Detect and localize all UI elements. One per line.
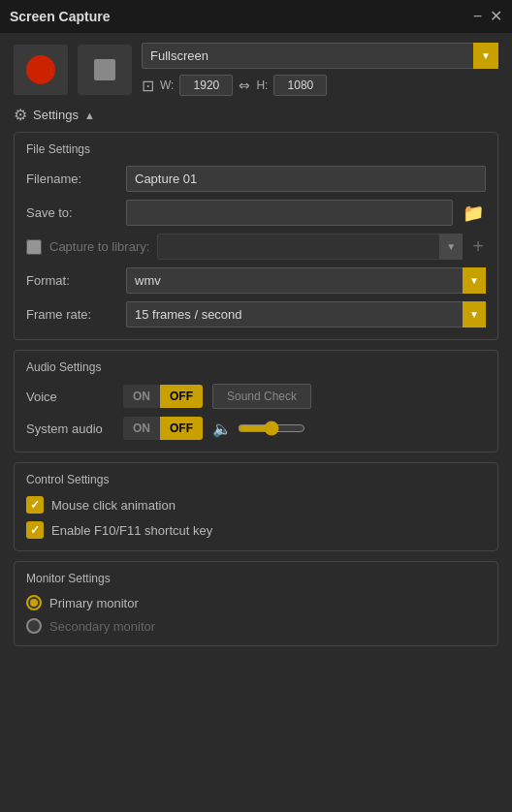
- primary-monitor-row: Primary monitor: [26, 595, 486, 610]
- library-add-button[interactable]: +: [470, 235, 486, 258]
- radio-inner-icon: [30, 599, 38, 607]
- voice-label: Voice: [26, 390, 113, 404]
- primary-monitor-radio[interactable]: [26, 595, 42, 610]
- system-audio-row: System audio ON OFF 🔈: [26, 417, 486, 440]
- f10f11-row: ✓ Enable F10/F11 shortcut key: [26, 521, 486, 539]
- framerate-row: Frame rate: 15 frames / second 30 frames…: [26, 301, 486, 328]
- library-checkbox[interactable]: [26, 239, 42, 255]
- monitor-settings-title: Monitor Settings: [26, 572, 486, 585]
- top-controls: Fullscreen Window Region ▼ ⊡ W: ⇔ H:: [14, 43, 498, 96]
- settings-arrow-icon: ▲: [84, 109, 95, 121]
- volume-area: 🔈: [212, 420, 305, 438]
- capture-mode-area: Fullscreen Window Region ▼ ⊡ W: ⇔ H:: [142, 43, 498, 96]
- system-audio-label: System audio: [26, 422, 113, 436]
- secondary-monitor-row: Secondary monitor: [26, 618, 486, 634]
- saveto-label: Save to:: [26, 205, 118, 220]
- record-button[interactable]: [14, 45, 68, 95]
- stop-button[interactable]: [78, 45, 132, 95]
- mouse-animation-row: ✓ Mouse click animation: [26, 496, 486, 514]
- file-settings-section: File Settings Filename: Save to: 📁 Captu…: [14, 132, 498, 340]
- format-select-wrapper: wmv mp4 avi mkv ▼: [126, 267, 486, 294]
- audio-settings-section: Audio Settings Voice ON OFF Sound Check …: [14, 350, 498, 453]
- system-audio-toggle: ON OFF: [123, 417, 203, 440]
- saveto-input[interactable]: [126, 200, 453, 226]
- link-icon: ⇔: [239, 78, 250, 93]
- mouse-animation-checkbox[interactable]: ✓: [26, 496, 44, 514]
- voice-on-button[interactable]: ON: [123, 385, 160, 408]
- control-settings-title: Control Settings: [26, 473, 486, 486]
- title-bar: Screen Capture − ✕: [0, 0, 512, 33]
- library-label: Capture to library:: [49, 239, 149, 254]
- voice-toggle: ON OFF: [123, 385, 203, 408]
- dimensions-row: ⊡ W: ⇔ H:: [142, 75, 498, 96]
- voice-row: Voice ON OFF Sound Check: [26, 384, 486, 409]
- library-select-wrapper: ▼: [157, 234, 463, 260]
- width-label: W:: [160, 78, 174, 92]
- secondary-monitor-label: Secondary monitor: [49, 619, 155, 634]
- volume-slider[interactable]: [238, 421, 305, 436]
- height-label: H:: [256, 78, 268, 92]
- close-button[interactable]: ✕: [490, 9, 502, 24]
- checkmark-icon: ✓: [30, 498, 40, 512]
- filename-label: Filename:: [26, 172, 118, 186]
- framerate-label: Frame rate:: [26, 307, 118, 322]
- framerate-select-wrapper: 15 frames / second 30 frames / second 60…: [126, 301, 486, 328]
- saveto-row: Save to: 📁: [26, 200, 486, 226]
- folder-browse-button[interactable]: 📁: [461, 203, 486, 224]
- settings-header[interactable]: ⚙ Settings ▲: [14, 106, 498, 124]
- filename-row: Filename:: [26, 166, 486, 192]
- settings-gear-icon: ⚙: [14, 106, 27, 124]
- stop-icon: [94, 59, 115, 80]
- filename-input[interactable]: [126, 166, 486, 192]
- height-input[interactable]: [273, 75, 327, 96]
- width-input[interactable]: [179, 75, 233, 96]
- window-title: Screen Capture: [10, 9, 110, 24]
- file-settings-title: File Settings: [26, 142, 486, 156]
- record-icon: [26, 55, 55, 84]
- main-content: Fullscreen Window Region ▼ ⊡ W: ⇔ H: ⚙ S…: [0, 33, 512, 666]
- format-label: Format:: [26, 273, 118, 288]
- format-row: Format: wmv mp4 avi mkv ▼: [26, 267, 486, 294]
- audio-settings-title: Audio Settings: [26, 360, 486, 374]
- settings-label: Settings: [33, 108, 79, 122]
- f10f11-checkbox[interactable]: ✓: [26, 521, 44, 539]
- system-off-button[interactable]: OFF: [160, 417, 203, 440]
- checkmark-icon-2: ✓: [30, 523, 40, 537]
- monitor-settings-section: Monitor Settings Primary monitor Seconda…: [14, 561, 498, 646]
- dimensions-icon: ⊡: [142, 77, 154, 95]
- volume-icon: 🔈: [212, 420, 232, 438]
- system-on-button[interactable]: ON: [123, 417, 160, 440]
- library-select[interactable]: [157, 234, 463, 260]
- capture-mode-select-wrapper: Fullscreen Window Region ▼: [142, 43, 498, 69]
- f10f11-label: Enable F10/F11 shortcut key: [51, 523, 212, 538]
- sound-check-button[interactable]: Sound Check: [212, 384, 311, 409]
- control-settings-section: Control Settings ✓ Mouse click animation…: [14, 462, 498, 551]
- capture-mode-select[interactable]: Fullscreen Window Region: [142, 43, 498, 69]
- minimize-button[interactable]: −: [473, 9, 482, 24]
- framerate-select[interactable]: 15 frames / second 30 frames / second 60…: [126, 301, 486, 328]
- primary-monitor-label: Primary monitor: [49, 596, 139, 610]
- secondary-monitor-radio[interactable]: [26, 618, 42, 634]
- library-row: Capture to library: ▼ +: [26, 234, 486, 260]
- mouse-animation-label: Mouse click animation: [51, 498, 176, 513]
- format-select[interactable]: wmv mp4 avi mkv: [126, 267, 486, 294]
- window-controls: − ✕: [473, 9, 502, 24]
- voice-off-button[interactable]: OFF: [160, 385, 203, 408]
